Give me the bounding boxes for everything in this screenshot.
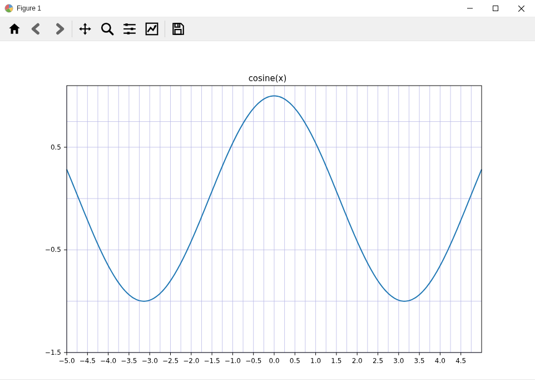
x-tick-label: 4.5 xyxy=(455,357,466,365)
y-tick-label: −1.5 xyxy=(45,349,61,356)
back-button[interactable] xyxy=(26,18,48,40)
save-button[interactable] xyxy=(167,18,189,40)
svg-rect-8 xyxy=(177,24,179,26)
matplotlib-icon xyxy=(4,4,13,13)
x-tick-label: 0.5 xyxy=(290,357,300,365)
y-tick-label: −0.5 xyxy=(45,246,61,254)
svg-rect-5 xyxy=(127,32,130,34)
x-tick-label: 1.5 xyxy=(331,357,341,365)
axes: −5.0−4.5−4.0−3.5−3.0−2.5−2.0−1.5−1.0−0.5… xyxy=(0,41,535,379)
x-tick-label: −5.0 xyxy=(58,357,75,365)
svg-rect-3 xyxy=(125,23,127,26)
x-tick-label: −4.5 xyxy=(80,357,96,365)
toolbar-separator xyxy=(72,21,72,37)
home-button[interactable] xyxy=(3,18,26,40)
x-tick-label: 3.5 xyxy=(414,357,425,365)
pan-button[interactable] xyxy=(74,18,96,40)
svg-rect-1 xyxy=(493,6,498,11)
x-tick-label: −1.0 xyxy=(225,357,241,365)
x-tick-label: 0.0 xyxy=(269,357,279,365)
x-tick-label: −1.5 xyxy=(204,357,220,365)
x-tick-label: 2.0 xyxy=(352,357,363,365)
x-tick-label: 3.0 xyxy=(393,357,404,365)
forward-button[interactable] xyxy=(48,18,70,40)
x-tick-label: −2.0 xyxy=(183,357,199,365)
statusbar xyxy=(0,379,535,392)
window-titlebar: Figure 1 xyxy=(0,0,535,17)
edit-axes-button[interactable] xyxy=(141,18,163,40)
x-tick-label: 1.0 xyxy=(310,357,321,365)
x-tick-label: −3.5 xyxy=(121,357,137,365)
window-close-button[interactable] xyxy=(508,0,534,17)
window-minimize-button[interactable] xyxy=(457,0,483,17)
window-title: Figure 1 xyxy=(17,4,41,12)
figure-canvas[interactable]: cosine(x) −5.0−4.5−4.0−3.5−3.0−2.5−2.0−1… xyxy=(0,41,535,379)
x-tick-label: −4.0 xyxy=(100,357,116,365)
toolbar-separator xyxy=(165,21,165,37)
x-tick-label: 2.5 xyxy=(373,357,383,365)
matplotlib-toolbar xyxy=(0,17,535,41)
y-tick-label: 0.5 xyxy=(51,143,61,151)
configure-subplots-button[interactable] xyxy=(118,18,141,40)
x-tick-label: 4.0 xyxy=(435,357,445,365)
zoom-button[interactable] xyxy=(96,18,118,40)
window-maximize-button[interactable] xyxy=(483,0,508,17)
x-tick-label: −3.0 xyxy=(142,357,158,365)
svg-rect-4 xyxy=(131,28,133,30)
svg-rect-9 xyxy=(175,29,181,34)
x-tick-label: −2.5 xyxy=(162,357,179,365)
x-tick-label: −0.5 xyxy=(245,357,261,365)
